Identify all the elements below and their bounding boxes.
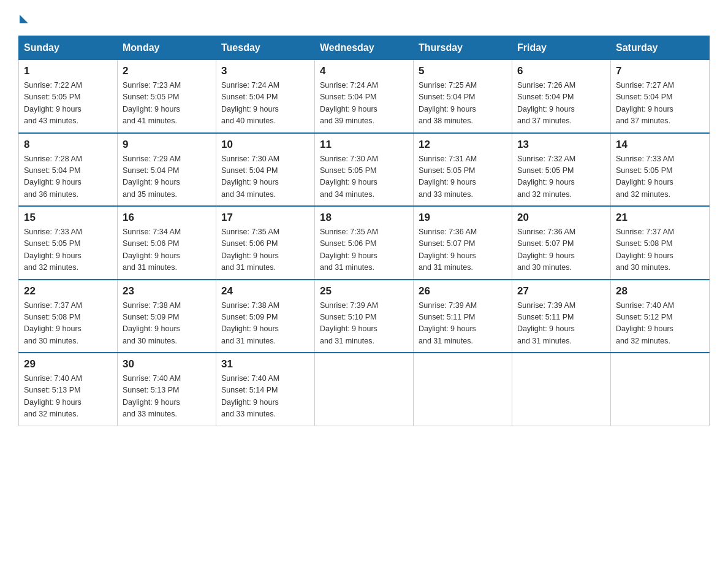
- empty-cell-4-5: [512, 353, 611, 426]
- day-info: Sunrise: 7:31 AMSunset: 5:05 PMDaylight:…: [419, 153, 507, 201]
- day-info: Sunrise: 7:23 AMSunset: 5:05 PMDaylight:…: [123, 80, 211, 128]
- day-info: Sunrise: 7:40 AMSunset: 5:13 PMDaylight:…: [123, 373, 211, 421]
- day-cell-4: 4Sunrise: 7:24 AMSunset: 5:04 PMDaylight…: [315, 60, 414, 133]
- day-number: 30: [123, 358, 211, 370]
- day-cell-13: 13Sunrise: 7:32 AMSunset: 5:05 PMDayligh…: [512, 133, 611, 207]
- empty-cell-4-4: [414, 353, 512, 426]
- day-info: Sunrise: 7:28 AMSunset: 5:04 PMDaylight:…: [24, 153, 112, 201]
- col-header-wednesday: Wednesday: [315, 36, 414, 60]
- day-info: Sunrise: 7:33 AMSunset: 5:05 PMDaylight:…: [24, 226, 112, 274]
- day-number: 9: [123, 139, 211, 151]
- week-row-5: 29Sunrise: 7:40 AMSunset: 5:13 PMDayligh…: [19, 353, 710, 426]
- day-info: Sunrise: 7:22 AMSunset: 5:05 PMDaylight:…: [24, 80, 112, 128]
- day-cell-16: 16Sunrise: 7:34 AMSunset: 5:06 PMDayligh…: [118, 206, 216, 280]
- day-info: Sunrise: 7:29 AMSunset: 5:04 PMDaylight:…: [123, 153, 211, 201]
- day-info: Sunrise: 7:26 AMSunset: 5:04 PMDaylight:…: [517, 80, 605, 128]
- day-info: Sunrise: 7:39 AMSunset: 5:11 PMDaylight:…: [419, 300, 507, 348]
- col-header-saturday: Saturday: [611, 36, 710, 60]
- day-number: 19: [419, 212, 507, 224]
- calendar-table: SundayMondayTuesdayWednesdayThursdayFrid…: [18, 36, 710, 426]
- col-header-friday: Friday: [512, 36, 611, 60]
- day-cell-6: 6Sunrise: 7:26 AMSunset: 5:04 PMDaylight…: [512, 60, 611, 133]
- day-cell-24: 24Sunrise: 7:38 AMSunset: 5:09 PMDayligh…: [216, 280, 315, 353]
- day-number: 6: [517, 65, 605, 77]
- day-cell-17: 17Sunrise: 7:35 AMSunset: 5:06 PMDayligh…: [216, 206, 315, 280]
- day-info: Sunrise: 7:40 AMSunset: 5:12 PMDaylight:…: [616, 300, 704, 348]
- day-cell-31: 31Sunrise: 7:40 AMSunset: 5:14 PMDayligh…: [216, 353, 315, 426]
- day-number: 18: [320, 212, 408, 224]
- day-info: Sunrise: 7:35 AMSunset: 5:06 PMDaylight:…: [320, 226, 408, 274]
- day-info: Sunrise: 7:39 AMSunset: 5:11 PMDaylight:…: [517, 300, 605, 348]
- day-cell-9: 9Sunrise: 7:29 AMSunset: 5:04 PMDaylight…: [118, 133, 216, 207]
- day-cell-23: 23Sunrise: 7:38 AMSunset: 5:09 PMDayligh…: [118, 280, 216, 353]
- page-header: [18, 12, 710, 23]
- day-number: 22: [24, 285, 112, 297]
- empty-cell-4-3: [315, 353, 414, 426]
- day-cell-20: 20Sunrise: 7:36 AMSunset: 5:07 PMDayligh…: [512, 206, 611, 280]
- col-header-thursday: Thursday: [414, 36, 512, 60]
- day-cell-14: 14Sunrise: 7:33 AMSunset: 5:05 PMDayligh…: [611, 133, 710, 207]
- day-info: Sunrise: 7:36 AMSunset: 5:07 PMDaylight:…: [419, 226, 507, 274]
- day-number: 26: [419, 285, 507, 297]
- day-cell-2: 2Sunrise: 7:23 AMSunset: 5:05 PMDaylight…: [118, 60, 216, 133]
- day-number: 25: [320, 285, 408, 297]
- day-number: 29: [24, 358, 112, 370]
- day-info: Sunrise: 7:24 AMSunset: 5:04 PMDaylight:…: [221, 80, 309, 128]
- day-cell-7: 7Sunrise: 7:27 AMSunset: 5:04 PMDaylight…: [611, 60, 710, 133]
- day-number: 5: [419, 65, 507, 77]
- day-info: Sunrise: 7:38 AMSunset: 5:09 PMDaylight:…: [221, 300, 309, 348]
- day-info: Sunrise: 7:40 AMSunset: 5:13 PMDaylight:…: [24, 373, 112, 421]
- week-row-3: 15Sunrise: 7:33 AMSunset: 5:05 PMDayligh…: [19, 206, 710, 280]
- day-cell-27: 27Sunrise: 7:39 AMSunset: 5:11 PMDayligh…: [512, 280, 611, 353]
- day-cell-22: 22Sunrise: 7:37 AMSunset: 5:08 PMDayligh…: [19, 280, 118, 353]
- day-cell-18: 18Sunrise: 7:35 AMSunset: 5:06 PMDayligh…: [315, 206, 414, 280]
- day-info: Sunrise: 7:37 AMSunset: 5:08 PMDaylight:…: [616, 226, 704, 274]
- day-cell-11: 11Sunrise: 7:30 AMSunset: 5:05 PMDayligh…: [315, 133, 414, 207]
- day-info: Sunrise: 7:40 AMSunset: 5:14 PMDaylight:…: [221, 373, 309, 421]
- day-number: 20: [517, 212, 605, 224]
- day-info: Sunrise: 7:34 AMSunset: 5:06 PMDaylight:…: [123, 226, 211, 274]
- week-row-2: 8Sunrise: 7:28 AMSunset: 5:04 PMDaylight…: [19, 133, 710, 207]
- day-info: Sunrise: 7:24 AMSunset: 5:04 PMDaylight:…: [320, 80, 408, 128]
- day-info: Sunrise: 7:35 AMSunset: 5:06 PMDaylight:…: [221, 226, 309, 274]
- day-cell-12: 12Sunrise: 7:31 AMSunset: 5:05 PMDayligh…: [414, 133, 512, 207]
- day-info: Sunrise: 7:32 AMSunset: 5:05 PMDaylight:…: [517, 153, 605, 201]
- logo: [18, 12, 28, 23]
- day-info: Sunrise: 7:27 AMSunset: 5:04 PMDaylight:…: [616, 80, 704, 128]
- day-number: 12: [419, 139, 507, 151]
- day-number: 1: [24, 65, 112, 77]
- day-number: 27: [517, 285, 605, 297]
- day-number: 17: [221, 212, 309, 224]
- empty-cell-4-6: [611, 353, 710, 426]
- day-number: 4: [320, 65, 408, 77]
- day-cell-26: 26Sunrise: 7:39 AMSunset: 5:11 PMDayligh…: [414, 280, 512, 353]
- week-row-1: 1Sunrise: 7:22 AMSunset: 5:05 PMDaylight…: [19, 60, 710, 133]
- day-cell-19: 19Sunrise: 7:36 AMSunset: 5:07 PMDayligh…: [414, 206, 512, 280]
- day-cell-5: 5Sunrise: 7:25 AMSunset: 5:04 PMDaylight…: [414, 60, 512, 133]
- day-number: 3: [221, 65, 309, 77]
- day-cell-10: 10Sunrise: 7:30 AMSunset: 5:04 PMDayligh…: [216, 133, 315, 207]
- day-cell-3: 3Sunrise: 7:24 AMSunset: 5:04 PMDaylight…: [216, 60, 315, 133]
- week-row-4: 22Sunrise: 7:37 AMSunset: 5:08 PMDayligh…: [19, 280, 710, 353]
- day-cell-1: 1Sunrise: 7:22 AMSunset: 5:05 PMDaylight…: [19, 60, 118, 133]
- day-number: 28: [616, 285, 704, 297]
- day-number: 7: [616, 65, 704, 77]
- day-info: Sunrise: 7:39 AMSunset: 5:10 PMDaylight:…: [320, 300, 408, 348]
- day-info: Sunrise: 7:25 AMSunset: 5:04 PMDaylight:…: [419, 80, 507, 128]
- day-number: 16: [123, 212, 211, 224]
- day-number: 14: [616, 139, 704, 151]
- day-number: 15: [24, 212, 112, 224]
- logo-arrow-icon: [20, 15, 28, 23]
- day-cell-21: 21Sunrise: 7:37 AMSunset: 5:08 PMDayligh…: [611, 206, 710, 280]
- day-cell-15: 15Sunrise: 7:33 AMSunset: 5:05 PMDayligh…: [19, 206, 118, 280]
- day-cell-25: 25Sunrise: 7:39 AMSunset: 5:10 PMDayligh…: [315, 280, 414, 353]
- day-info: Sunrise: 7:38 AMSunset: 5:09 PMDaylight:…: [123, 300, 211, 348]
- col-header-sunday: Sunday: [19, 36, 118, 60]
- day-number: 31: [221, 358, 309, 370]
- col-header-monday: Monday: [118, 36, 216, 60]
- day-info: Sunrise: 7:36 AMSunset: 5:07 PMDaylight:…: [517, 226, 605, 274]
- calendar-header-row: SundayMondayTuesdayWednesdayThursdayFrid…: [19, 36, 710, 60]
- day-number: 10: [221, 139, 309, 151]
- day-number: 21: [616, 212, 704, 224]
- day-number: 2: [123, 65, 211, 77]
